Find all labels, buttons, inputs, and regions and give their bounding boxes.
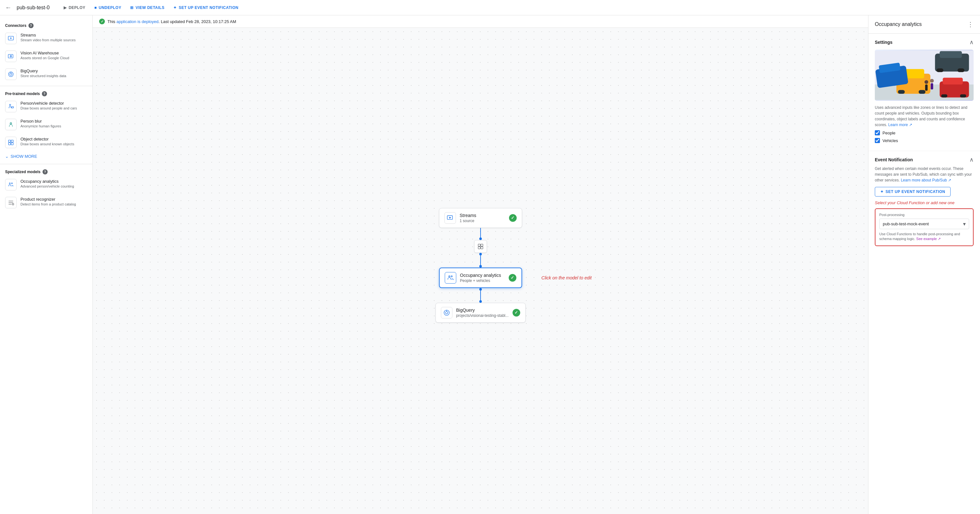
object-detector-title: Object detector	[21, 137, 87, 142]
post-processing-select-wrapper: pub-sub-test-mock-event ▼	[879, 219, 969, 229]
occupancy-sidebar-title: Occupancy analytics	[21, 179, 87, 184]
bigquery-node-check	[512, 309, 520, 316]
event-notification-header: Event Notification ∧	[875, 156, 974, 163]
connector-dot-2	[479, 253, 482, 255]
object-detector-icon	[5, 137, 17, 148]
svg-rect-45	[943, 78, 963, 85]
svg-rect-26	[480, 246, 483, 249]
view-details-button[interactable]: ⊞ VIEW DETAILS	[126, 3, 168, 12]
show-more-button[interactable]: ⌄ SHOW MORE	[0, 152, 92, 161]
vision-ai-title: Vision AI Warehouse	[21, 51, 87, 55]
sidebar-item-bigquery[interactable]: BigQuery Store structured insights data	[0, 65, 92, 83]
connector-dot-5	[479, 300, 482, 303]
svg-rect-14	[9, 140, 11, 142]
specialized-help-icon[interactable]: ?	[43, 169, 48, 174]
middle-node[interactable]	[474, 240, 487, 253]
more-options-icon[interactable]: ⋮	[967, 21, 974, 28]
occupancy-icon	[5, 179, 17, 190]
bigquery-node[interactable]: BigQuery projects/visionai-testing-stabl…	[435, 303, 525, 322]
undeploy-icon: ■	[94, 5, 97, 10]
pretrained-help-icon[interactable]: ?	[42, 91, 47, 96]
sidebar-item-vision-ai[interactable]: Vision AI Warehouse Assets stored on Goo…	[0, 47, 92, 65]
occupancy-node[interactable]: Occupancy analytics People + vehicles Cl…	[439, 268, 522, 288]
setup-event-notification-button[interactable]: ✦ SET UP EVENT NOTIFICATION	[875, 187, 951, 196]
svg-point-11	[13, 108, 13, 109]
setup-event-button-top[interactable]: ✦ SET UP EVENT NOTIFICATION	[169, 3, 242, 12]
sidebar: Connectors ? Streams Stream video from m…	[0, 15, 93, 514]
pretrained-section-title: Pre-trained models ?	[0, 89, 92, 97]
occupancy-node-title: Occupancy analytics	[460, 273, 504, 278]
occupancy-node-check	[508, 274, 516, 282]
person-vehicle-desc: Draw boxes around people and cars	[21, 106, 87, 110]
svg-point-30	[445, 311, 448, 314]
people-checkbox-row: People	[875, 130, 974, 136]
svg-point-20	[12, 204, 14, 205]
svg-point-8	[9, 104, 11, 105]
svg-point-18	[9, 183, 10, 184]
settings-description: Uses advanced inputs like zones or lines…	[875, 105, 974, 128]
sidebar-item-person-blur[interactable]: Person blur Anonymize human figures	[0, 115, 92, 134]
connectors-section-title: Connectors ?	[0, 21, 92, 29]
streams-node[interactable]: Streams 1 source	[439, 208, 522, 228]
back-button[interactable]: ←	[5, 4, 11, 11]
svg-rect-43	[958, 69, 964, 72]
connectors-help-icon[interactable]: ?	[29, 23, 33, 28]
settings-thumbnail	[875, 49, 974, 101]
svg-rect-15	[11, 140, 13, 142]
svg-rect-47	[960, 94, 966, 97]
occupancy-sidebar-desc: Advanced person/vehicle counting	[21, 184, 87, 188]
post-processing-select[interactable]: pub-sub-test-mock-event	[879, 219, 969, 229]
connector-2	[479, 253, 482, 268]
event-notification-title: Event Notification	[875, 157, 913, 162]
svg-rect-37	[919, 90, 925, 94]
person-blur-desc: Anonymize human figures	[21, 124, 87, 128]
sidebar-item-occupancy[interactable]: Occupancy analytics Advanced person/vehi…	[0, 176, 92, 194]
see-example-link[interactable]: See example ↗	[916, 237, 941, 241]
svg-rect-9	[11, 107, 14, 108]
sidebar-item-streams[interactable]: Streams Stream video from multiple sourc…	[0, 29, 92, 47]
cloud-functions-note: Use Cloud Functions to handle post-proce…	[879, 232, 969, 242]
undeploy-button[interactable]: ■ UNDEPLOY	[91, 3, 125, 12]
streams-node-subtitle: 1 source	[460, 219, 505, 223]
svg-rect-23	[478, 244, 480, 246]
product-recognizer-title: Product recognizer	[21, 197, 87, 202]
deployed-link[interactable]: application is deployed	[116, 19, 159, 24]
person-vehicle-title: Person/vehicle detector	[21, 101, 87, 105]
learn-more-pubsub-link[interactable]: Learn more about Pub/Sub ↗	[901, 178, 951, 182]
select-cloud-hint: Select your Cloud Function or add new on…	[875, 200, 974, 205]
svg-rect-17	[11, 143, 13, 145]
section-divider-2	[0, 164, 92, 164]
settings-collapse-icon[interactable]: ∧	[969, 39, 974, 46]
svg-point-13	[11, 123, 11, 124]
svg-marker-1	[10, 37, 12, 39]
settings-header: Settings ∧	[875, 39, 974, 46]
connector-3	[479, 288, 482, 303]
streams-title: Streams	[21, 33, 87, 37]
svg-rect-42	[937, 69, 943, 72]
svg-point-28	[451, 276, 452, 277]
sidebar-item-object-detector[interactable]: Object detector Draw boxes around known …	[0, 134, 92, 152]
svg-rect-36	[898, 90, 905, 94]
learn-more-link[interactable]: Learn more ↗	[888, 123, 912, 127]
settings-title: Settings	[875, 40, 892, 45]
svg-rect-49	[925, 85, 928, 91]
sidebar-item-person-vehicle[interactable]: Person/vehicle detector Draw boxes aroun…	[0, 97, 92, 115]
vehicles-checkbox[interactable]	[875, 138, 880, 143]
streams-node-title: Streams	[460, 213, 505, 218]
event-collapse-icon[interactable]: ∧	[969, 156, 974, 163]
vehicles-checkbox-row: Vehicles	[875, 138, 974, 143]
canvas-area: This application is deployed. Last updat…	[93, 15, 868, 514]
deploy-button[interactable]: ▶ DEPLOY	[60, 3, 89, 12]
svg-rect-16	[9, 143, 11, 145]
streams-node-check	[509, 214, 516, 222]
people-checkbox[interactable]	[875, 130, 880, 136]
sidebar-item-product-recognizer[interactable]: Product recognizer Detect items from a p…	[0, 194, 92, 212]
right-panel-title: Occupancy analytics	[875, 21, 922, 27]
vision-ai-desc: Assets stored on Google Cloud	[21, 56, 87, 60]
svg-rect-24	[480, 244, 483, 246]
canvas-background: Streams 1 source	[93, 28, 868, 514]
connector-dot-3	[479, 265, 482, 268]
view-details-icon: ⊞	[130, 5, 134, 10]
event-notification-section: Event Notification ∧ Get alerted when ce…	[869, 151, 980, 251]
main-layout: Connectors ? Streams Stream video from m…	[0, 15, 980, 514]
